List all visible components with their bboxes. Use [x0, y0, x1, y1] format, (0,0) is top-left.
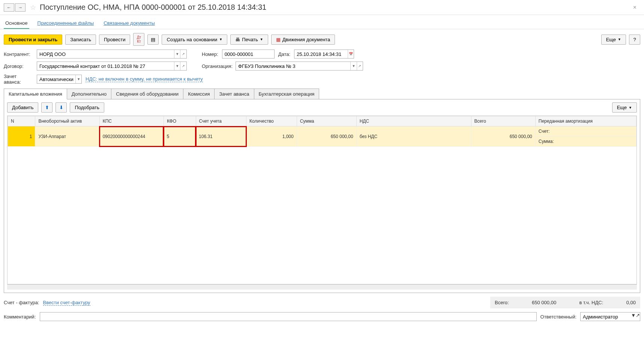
- cell-total[interactable]: 650 000,00: [471, 126, 535, 147]
- contract-label: Договор:: [4, 63, 33, 69]
- chevron-down-icon: ▼: [618, 38, 621, 41]
- cell-kfo[interactable]: 5: [164, 126, 196, 147]
- page-title: Поступление ОС, НМА, НПА 0000-000001 от …: [40, 3, 266, 12]
- dropdown-icon[interactable]: ▼: [174, 50, 180, 58]
- select-button[interactable]: Подобрать: [70, 102, 104, 113]
- print-button[interactable]: 🖶 Печать ▼: [230, 35, 268, 45]
- open-icon[interactable]: ↗: [180, 50, 186, 58]
- advance-label: Зачет аванса:: [4, 74, 33, 85]
- move-up-button[interactable]: ⬆: [41, 102, 53, 113]
- open-icon[interactable]: ↗: [357, 62, 363, 70]
- responsible-label: Ответственный:: [540, 314, 576, 320]
- cell-kps[interactable]: 09020000000000244: [99, 126, 164, 147]
- table-row[interactable]: 1 УЗИ-Аппарат 09020000000000244 5 106.31…: [8, 126, 636, 137]
- total-label: Всего:: [495, 300, 509, 305]
- open-icon[interactable]: ↗: [180, 62, 186, 70]
- chevron-down-icon: ▼: [629, 106, 632, 110]
- org-label: Организация:: [202, 63, 232, 69]
- post-and-close-button[interactable]: Провести и закрыть: [4, 35, 62, 45]
- counterparty-input[interactable]: ▼ ↗: [37, 50, 187, 59]
- col-header-sum[interactable]: Сумма: [297, 116, 356, 126]
- enter-invoice-link[interactable]: Ввести счет-фактуру: [43, 300, 90, 306]
- dt-kt-icon: ДтКт: [137, 35, 141, 44]
- arrow-left-icon: ←: [7, 5, 11, 10]
- document-icon: ▤: [151, 37, 155, 42]
- horizontal-scrollbar[interactable]: [7, 284, 637, 290]
- responsible-input[interactable]: ▼ ↗: [580, 312, 640, 321]
- number-input[interactable]: [222, 50, 275, 59]
- col-header-quantity[interactable]: Количество: [246, 116, 297, 126]
- invoice-label: Счет - фактура:: [4, 300, 39, 305]
- advance-select[interactable]: ▼: [37, 75, 82, 84]
- navtab-files[interactable]: Присоединенные файлы: [36, 18, 96, 29]
- grid-more-button[interactable]: Еще ▼: [612, 102, 637, 113]
- document-movements-button[interactable]: ▦ Движения документа: [271, 35, 335, 45]
- col-header-total[interactable]: Всего: [471, 116, 535, 126]
- nav-back-button[interactable]: ←: [4, 3, 14, 12]
- col-header-account[interactable]: Счет учета: [196, 116, 246, 126]
- arrow-down-icon: ⬇: [59, 105, 63, 110]
- organization-input[interactable]: ▼ ↗: [236, 62, 363, 71]
- favorite-star-icon[interactable]: ☆: [30, 3, 36, 12]
- more-button[interactable]: Еще ▼: [601, 35, 626, 45]
- cell-n[interactable]: 1: [8, 126, 35, 147]
- col-header-kfo[interactable]: КФО: [164, 116, 196, 126]
- vat-incl-value: 0,00: [626, 300, 636, 305]
- col-header-vat[interactable]: НДС: [356, 116, 471, 126]
- debit-credit-button[interactable]: ДтКт: [133, 33, 144, 46]
- cell-quantity[interactable]: 1,000: [246, 126, 297, 147]
- close-button[interactable]: ×: [629, 4, 640, 11]
- vat-settings-link[interactable]: НДС: не включен в сумму, не принимается …: [86, 76, 203, 82]
- col-header-asset[interactable]: Внеоборотный актив: [35, 116, 99, 126]
- chevron-down-icon: ▼: [260, 38, 263, 41]
- capital-investments-grid[interactable]: N Внеоборотный актив КПС КФО Счет учета …: [7, 116, 637, 284]
- counterparty-label: Контрагент:: [4, 51, 33, 57]
- tab-advance-offset[interactable]: Зачет аванса: [214, 89, 254, 99]
- save-button[interactable]: Записать: [65, 35, 96, 45]
- navtab-related[interactable]: Связанные документы: [102, 18, 156, 29]
- tab-capital-investments[interactable]: Капитальные вложения: [4, 89, 67, 99]
- arrow-up-icon: ⬆: [45, 105, 49, 110]
- cell-sum[interactable]: 650 000,00: [297, 126, 356, 147]
- dropdown-icon[interactable]: ▼: [75, 75, 81, 83]
- nav-forward-button[interactable]: →: [15, 3, 26, 12]
- tab-commission[interactable]: Комиссия: [183, 89, 215, 99]
- col-header-kps[interactable]: КПС: [99, 116, 164, 126]
- printer-icon: 🖶: [235, 37, 240, 42]
- help-button[interactable]: ?: [629, 35, 640, 45]
- movements-icon: ▦: [276, 37, 281, 42]
- cell-asset[interactable]: УЗИ-Аппарат: [35, 126, 99, 147]
- contract-input[interactable]: ▼ ↗: [37, 62, 187, 71]
- col-header-n[interactable]: N: [8, 116, 35, 126]
- post-button[interactable]: Провести: [99, 35, 131, 45]
- dropdown-icon[interactable]: ▼: [174, 62, 180, 70]
- comment-label: Комментарий:: [4, 314, 36, 320]
- number-label: Номер:: [202, 51, 218, 57]
- vat-incl-label: в т.ч. НДС:: [579, 300, 603, 305]
- date-label: Дата:: [278, 51, 290, 57]
- dropdown-icon[interactable]: ▼: [631, 312, 636, 321]
- totals-summary: Всего: 650 000,00 в т.ч. НДС: 0,00: [490, 297, 640, 308]
- comment-input[interactable]: [40, 312, 537, 321]
- tab-equipment-info[interactable]: Сведения об оборудовании: [111, 89, 183, 99]
- report-button[interactable]: ▤: [147, 35, 159, 45]
- add-row-button[interactable]: Добавить: [7, 102, 38, 113]
- open-icon[interactable]: ↗: [636, 312, 640, 321]
- col-header-transferred-amort[interactable]: Переданная амортизация: [535, 116, 636, 126]
- chevron-down-icon: ▼: [219, 38, 222, 41]
- arrow-right-icon: →: [18, 5, 23, 10]
- cell-amort-account[interactable]: Счет:: [535, 126, 636, 137]
- dropdown-icon[interactable]: ▼: [350, 62, 356, 70]
- cell-vat[interactable]: без НДС: [356, 126, 471, 147]
- cell-amort-sum[interactable]: Сумма:: [535, 137, 636, 147]
- navtab-main[interactable]: Основное: [4, 18, 29, 29]
- total-value: 650 000,00: [532, 300, 556, 305]
- date-input[interactable]: 📅: [294, 50, 354, 59]
- tab-additional[interactable]: Дополнительно: [67, 89, 112, 99]
- cell-account[interactable]: 106.31: [196, 126, 246, 147]
- calendar-icon[interactable]: 📅: [348, 50, 354, 58]
- move-down-button[interactable]: ⬇: [56, 102, 67, 113]
- create-based-on-button[interactable]: Создать на основании ▼: [162, 35, 227, 45]
- tab-accounting-operation[interactable]: Бухгалтерская операция: [254, 89, 320, 99]
